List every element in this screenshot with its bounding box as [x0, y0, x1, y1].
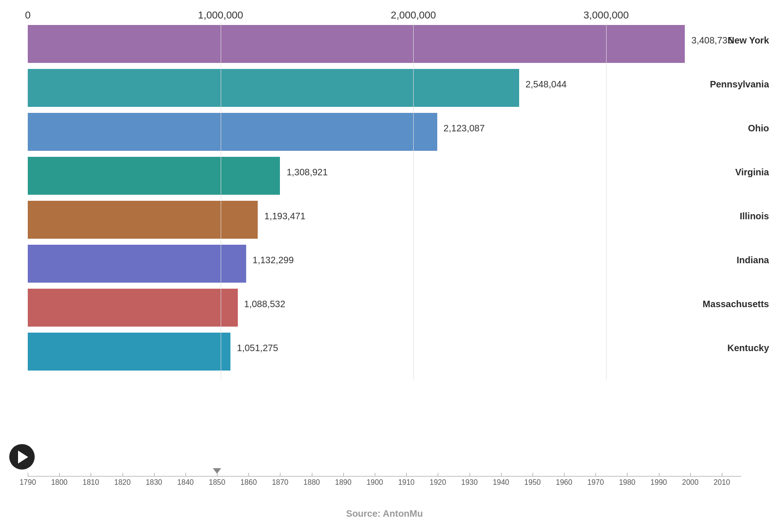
- bar-row: Kentucky1,051,275: [0, 331, 769, 372]
- source-label: Source: AntonMu: [346, 508, 423, 519]
- bar-row: Ohio2,123,087: [0, 111, 769, 153]
- timeline-year-label: 1870: [272, 478, 289, 487]
- timeline-year-label: 1830: [146, 478, 162, 487]
- bar-row: Indiana1,132,299: [0, 243, 769, 285]
- timeline-year-label: 1910: [398, 478, 415, 487]
- bar-value-label: 1,088,532: [244, 299, 285, 309]
- timeline-tick: [501, 473, 502, 476]
- timeline-year-label: 1850: [209, 478, 225, 487]
- timeline-axis-line: [28, 476, 741, 476]
- timeline-tick: [343, 473, 344, 476]
- timeline-tick: [690, 473, 691, 476]
- timeline-year-label: 1930: [461, 478, 478, 487]
- timeline-area: 1790180018101820183018401850186018701880…: [28, 449, 741, 476]
- x-axis-top: 01,000,0002,000,0003,000,000: [28, 8, 741, 22]
- timeline-tick: [59, 473, 60, 476]
- bar-fill: [28, 333, 230, 371]
- timeline-year-label: 1950: [524, 478, 541, 487]
- bar-row: Massachusetts1,088,532: [0, 287, 769, 328]
- timeline-tick: [312, 473, 312, 476]
- timeline-tick: [280, 473, 280, 476]
- timeline-year-label: 1900: [366, 478, 383, 487]
- timeline-tick: [595, 473, 596, 476]
- timeline-tick: [438, 473, 438, 476]
- timeline-tick: [564, 473, 564, 476]
- timeline-tick: [375, 473, 375, 476]
- vertical-grid-line: [413, 23, 414, 379]
- bar-row: Illinois1,193,471: [0, 199, 769, 241]
- timeline-tick: [659, 473, 659, 476]
- bar-fill: [28, 69, 519, 107]
- vertical-grid-line: [606, 23, 607, 379]
- timeline-current-marker: [213, 468, 221, 474]
- timeline-year-label: 1960: [556, 478, 572, 487]
- timeline-year-label: 1800: [51, 478, 68, 487]
- bar-value-label: 3,408,735: [691, 35, 732, 46]
- bar-fill: [28, 201, 258, 239]
- bar-name-label: Indiana: [241, 255, 769, 266]
- bar-value-label: 1,193,471: [264, 211, 305, 222]
- bars-area: New York3,408,735Pennsylvania2,548,044Oh…: [0, 23, 769, 384]
- bar-value-label: 1,051,275: [237, 343, 278, 353]
- play-button[interactable]: [9, 444, 35, 470]
- bar-fill: [28, 245, 246, 283]
- bar-value-label: 2,548,044: [526, 79, 567, 90]
- timeline-year-label: 1970: [587, 478, 604, 487]
- chart-container: 01,000,0002,000,0003,000,000 New York3,4…: [0, 0, 769, 532]
- timeline-tick: [91, 473, 91, 476]
- bar-value-label: 1,132,299: [253, 255, 294, 266]
- bar-row: Virginia1,308,921: [0, 155, 769, 197]
- timeline-year-label: 1890: [335, 478, 352, 487]
- vertical-grid-line: [221, 23, 221, 379]
- bar-value-label: 2,123,087: [444, 123, 485, 134]
- bar-fill: [28, 289, 238, 327]
- bar-row: Pennsylvania2,548,044: [0, 67, 769, 109]
- timeline-year-label: 1920: [430, 478, 447, 487]
- x-tick-label: 0: [25, 9, 31, 21]
- timeline-year-label: 1860: [240, 478, 257, 487]
- play-icon: [18, 451, 28, 464]
- timeline-tick: [722, 473, 722, 476]
- timeline-year-label: 1810: [83, 478, 99, 487]
- bar-fill: [28, 157, 280, 195]
- timeline-tick: [470, 473, 470, 476]
- bar-name-label: Kentucky: [225, 343, 769, 353]
- x-tick-label: 3,000,000: [583, 9, 629, 21]
- timeline-tick: [186, 473, 186, 476]
- timeline-year-label: 1980: [619, 478, 636, 487]
- timeline-tick: [533, 473, 533, 476]
- timeline-tick: [627, 473, 627, 476]
- bar-name-label: Illinois: [252, 211, 769, 222]
- bar-value-label: 1,308,921: [286, 167, 328, 178]
- x-tick-label: 2,000,000: [391, 9, 436, 21]
- timeline-year-label: 1880: [304, 478, 320, 487]
- timeline-tick: [406, 473, 407, 476]
- bar-fill: [28, 113, 437, 151]
- timeline-year-label: 2000: [682, 478, 699, 487]
- timeline-year-label: 1940: [493, 478, 509, 487]
- bar-fill: [28, 25, 685, 63]
- timeline-year-label: 1990: [651, 478, 667, 487]
- timeline-year-label: 1840: [177, 478, 194, 487]
- bar-row: New York3,408,735: [0, 23, 769, 65]
- bar-name-label: Virginia: [274, 167, 769, 178]
- bar-name-label: Massachusetts: [232, 299, 769, 309]
- timeline-year-label: 1820: [114, 478, 131, 487]
- timeline-tick: [28, 473, 28, 476]
- timeline-tick: [248, 473, 249, 476]
- timeline-tick: [154, 473, 155, 476]
- timeline-tick: [123, 473, 123, 476]
- timeline-year-label: 2010: [713, 478, 730, 487]
- timeline-year-label: 1790: [19, 478, 36, 487]
- x-tick-label: 1,000,000: [198, 9, 243, 21]
